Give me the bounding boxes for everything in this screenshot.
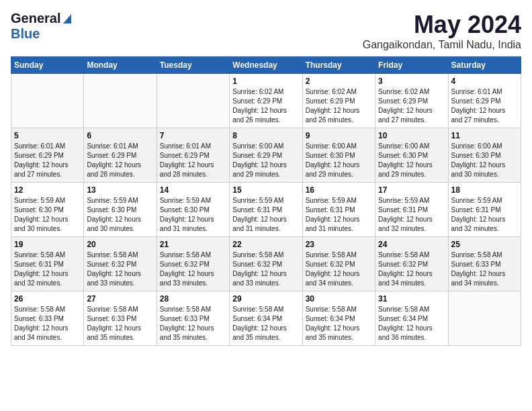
table-row xyxy=(157,74,229,128)
day-info: Sunrise: 5:58 AMSunset: 6:33 PMDaylight:… xyxy=(160,305,226,342)
table-row: 30Sunrise: 5:58 AMSunset: 6:34 PMDayligh… xyxy=(302,291,375,346)
table-row: 13Sunrise: 5:59 AMSunset: 6:30 PMDayligh… xyxy=(84,183,157,237)
day-info: Sunrise: 5:59 AMSunset: 6:30 PMDaylight:… xyxy=(87,196,153,234)
table-row: 31Sunrise: 5:58 AMSunset: 6:34 PMDayligh… xyxy=(375,291,448,346)
day-number: 8 xyxy=(232,131,299,140)
table-row: 21Sunrise: 5:58 AMSunset: 6:32 PMDayligh… xyxy=(157,237,229,291)
col-sunday: Sunday xyxy=(11,57,84,74)
day-info: Sunrise: 5:58 AMSunset: 6:34 PMDaylight:… xyxy=(232,305,299,342)
logo-general: General xyxy=(11,11,60,26)
day-number: 24 xyxy=(378,240,445,249)
table-row: 6Sunrise: 6:01 AMSunset: 6:29 PMDaylight… xyxy=(84,128,157,183)
day-number: 22 xyxy=(232,240,299,249)
logo: General Blue xyxy=(11,11,71,42)
day-number: 23 xyxy=(306,240,372,249)
table-row: 26Sunrise: 5:58 AMSunset: 6:33 PMDayligh… xyxy=(11,291,84,346)
day-info: Sunrise: 5:58 AMSunset: 6:32 PMDaylight:… xyxy=(160,250,226,288)
day-number: 15 xyxy=(232,185,299,195)
day-number: 11 xyxy=(451,131,518,140)
col-friday: Friday xyxy=(375,57,448,74)
day-number: 1 xyxy=(232,77,299,86)
day-info: Sunrise: 5:58 AMSunset: 6:33 PMDaylight:… xyxy=(451,250,518,288)
day-info: Sunrise: 5:58 AMSunset: 6:34 PMDaylight:… xyxy=(306,305,372,342)
calendar-week-row: 19Sunrise: 5:58 AMSunset: 6:31 PMDayligh… xyxy=(11,237,521,291)
table-row: 11Sunrise: 6:00 AMSunset: 6:30 PMDayligh… xyxy=(448,128,521,183)
table-row xyxy=(448,291,521,346)
day-info: Sunrise: 5:59 AMSunset: 6:31 PMDaylight:… xyxy=(306,196,372,234)
day-info: Sunrise: 5:58 AMSunset: 6:32 PMDaylight:… xyxy=(306,250,372,288)
table-row: 15Sunrise: 5:59 AMSunset: 6:31 PMDayligh… xyxy=(230,183,302,237)
table-row: 25Sunrise: 5:58 AMSunset: 6:33 PMDayligh… xyxy=(448,237,521,291)
day-info: Sunrise: 5:59 AMSunset: 6:31 PMDaylight:… xyxy=(232,196,299,234)
day-number: 5 xyxy=(14,131,81,140)
page-header: General Blue May 2024 Gangaikondan, Tami… xyxy=(11,11,521,51)
day-number: 31 xyxy=(378,294,445,304)
day-number: 13 xyxy=(87,185,153,195)
table-row: 4Sunrise: 6:01 AMSunset: 6:29 PMDaylight… xyxy=(448,74,521,128)
table-row: 27Sunrise: 5:58 AMSunset: 6:33 PMDayligh… xyxy=(84,291,157,346)
calendar-table: Sunday Monday Tuesday Wednesday Thursday… xyxy=(11,56,521,346)
table-row: 18Sunrise: 5:59 AMSunset: 6:31 PMDayligh… xyxy=(448,183,521,237)
day-number: 25 xyxy=(451,240,518,249)
table-row: 14Sunrise: 5:59 AMSunset: 6:30 PMDayligh… xyxy=(157,183,229,237)
table-row: 9Sunrise: 6:00 AMSunset: 6:30 PMDaylight… xyxy=(302,128,375,183)
day-number: 4 xyxy=(451,77,518,86)
day-info: Sunrise: 5:58 AMSunset: 6:32 PMDaylight:… xyxy=(232,250,299,288)
table-row: 22Sunrise: 5:58 AMSunset: 6:32 PMDayligh… xyxy=(230,237,302,291)
day-number: 21 xyxy=(160,240,226,249)
svg-marker-0 xyxy=(63,14,71,24)
day-number: 28 xyxy=(160,294,226,304)
day-number: 20 xyxy=(87,240,153,249)
table-row: 20Sunrise: 5:58 AMSunset: 6:32 PMDayligh… xyxy=(84,237,157,291)
day-info: Sunrise: 5:59 AMSunset: 6:31 PMDaylight:… xyxy=(378,196,445,234)
table-row: 29Sunrise: 5:58 AMSunset: 6:34 PMDayligh… xyxy=(230,291,302,346)
table-row: 1Sunrise: 6:02 AMSunset: 6:29 PMDaylight… xyxy=(230,74,302,128)
table-row: 8Sunrise: 6:00 AMSunset: 6:29 PMDaylight… xyxy=(230,128,302,183)
day-number: 26 xyxy=(14,294,81,304)
col-saturday: Saturday xyxy=(448,57,521,74)
day-number: 27 xyxy=(87,294,153,304)
table-row: 23Sunrise: 5:58 AMSunset: 6:32 PMDayligh… xyxy=(302,237,375,291)
table-row: 17Sunrise: 5:59 AMSunset: 6:31 PMDayligh… xyxy=(375,183,448,237)
day-number: 17 xyxy=(378,185,445,195)
table-row: 16Sunrise: 5:59 AMSunset: 6:31 PMDayligh… xyxy=(302,183,375,237)
day-info: Sunrise: 6:01 AMSunset: 6:29 PMDaylight:… xyxy=(160,142,226,179)
day-number: 14 xyxy=(160,185,226,195)
col-thursday: Thursday xyxy=(302,57,375,74)
table-row: 12Sunrise: 5:59 AMSunset: 6:30 PMDayligh… xyxy=(11,183,84,237)
day-info: Sunrise: 6:01 AMSunset: 6:29 PMDaylight:… xyxy=(87,142,153,179)
day-number: 7 xyxy=(160,131,226,140)
day-number: 9 xyxy=(306,131,372,140)
month-title: May 2024 xyxy=(363,11,521,39)
calendar-week-row: 1Sunrise: 6:02 AMSunset: 6:29 PMDaylight… xyxy=(11,74,521,128)
table-row: 2Sunrise: 6:02 AMSunset: 6:29 PMDaylight… xyxy=(302,74,375,128)
day-info: Sunrise: 6:00 AMSunset: 6:30 PMDaylight:… xyxy=(451,142,518,179)
title-block: May 2024 Gangaikondan, Tamil Nadu, India xyxy=(363,11,521,51)
day-info: Sunrise: 5:58 AMSunset: 6:31 PMDaylight:… xyxy=(14,250,81,288)
table-row: 3Sunrise: 6:02 AMSunset: 6:29 PMDaylight… xyxy=(375,74,448,128)
table-row: 10Sunrise: 6:00 AMSunset: 6:30 PMDayligh… xyxy=(375,128,448,183)
day-info: Sunrise: 6:02 AMSunset: 6:29 PMDaylight:… xyxy=(232,87,299,125)
table-row: 7Sunrise: 6:01 AMSunset: 6:29 PMDaylight… xyxy=(157,128,229,183)
day-number: 30 xyxy=(306,294,372,304)
day-info: Sunrise: 5:58 AMSunset: 6:32 PMDaylight:… xyxy=(378,250,445,288)
day-number: 6 xyxy=(87,131,153,140)
logo-triangle-icon xyxy=(62,13,71,26)
day-info: Sunrise: 5:58 AMSunset: 6:33 PMDaylight:… xyxy=(14,305,81,342)
table-row xyxy=(84,74,157,128)
day-info: Sunrise: 6:01 AMSunset: 6:29 PMDaylight:… xyxy=(451,87,518,125)
day-info: Sunrise: 5:59 AMSunset: 6:30 PMDaylight:… xyxy=(160,196,226,234)
day-number: 2 xyxy=(306,77,372,86)
day-info: Sunrise: 5:58 AMSunset: 6:33 PMDaylight:… xyxy=(87,305,153,342)
day-info: Sunrise: 6:00 AMSunset: 6:30 PMDaylight:… xyxy=(306,142,372,179)
table-row xyxy=(11,74,84,128)
calendar-week-row: 5Sunrise: 6:01 AMSunset: 6:29 PMDaylight… xyxy=(11,128,521,183)
table-row: 19Sunrise: 5:58 AMSunset: 6:31 PMDayligh… xyxy=(11,237,84,291)
table-row: 24Sunrise: 5:58 AMSunset: 6:32 PMDayligh… xyxy=(375,237,448,291)
day-number: 18 xyxy=(451,185,518,195)
table-row: 5Sunrise: 6:01 AMSunset: 6:29 PMDaylight… xyxy=(11,128,84,183)
table-row: 28Sunrise: 5:58 AMSunset: 6:33 PMDayligh… xyxy=(157,291,229,346)
day-number: 19 xyxy=(14,240,81,249)
calendar-week-row: 26Sunrise: 5:58 AMSunset: 6:33 PMDayligh… xyxy=(11,291,521,346)
day-info: Sunrise: 6:01 AMSunset: 6:29 PMDaylight:… xyxy=(14,142,81,179)
